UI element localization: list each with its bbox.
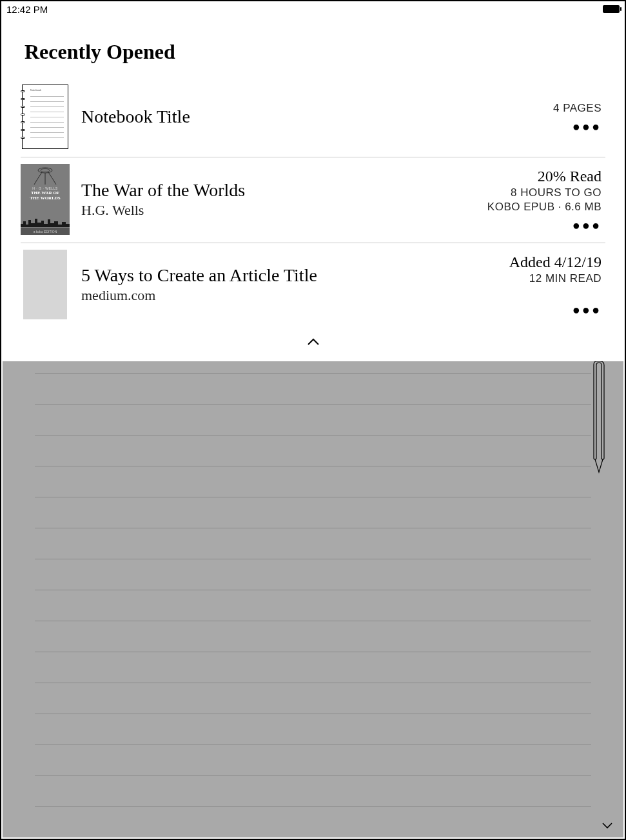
item-source: medium.com [81, 287, 464, 304]
stylus-icon [587, 361, 613, 477]
item-format-size: KOBO EPUB · 6.6 MB [487, 201, 602, 214]
more-icon[interactable]: ●●● [572, 219, 602, 232]
notebook-thumbnail: Notebook [21, 85, 70, 149]
status-time: 12:42 PM [6, 4, 48, 15]
more-icon[interactable]: ●●● [572, 303, 602, 316]
item-added-date: Added 4/12/19 [509, 254, 602, 271]
article-thumbnail [21, 250, 70, 319]
item-title: Notebook Title [81, 106, 464, 127]
item-title: The War of the Worlds [81, 180, 464, 201]
recently-opened-panel: Recently Opened Notebook Notebook Title … [1, 15, 625, 348]
list-item-book[interactable]: H · G · WELLS THE WAR OFTHE WORLDS a kob… [21, 157, 605, 243]
svg-point-1 [41, 169, 50, 172]
list-item-notebook[interactable]: Notebook Notebook Title 4 PAGES ●●● [21, 78, 605, 157]
item-read-time: 12 MIN READ [529, 272, 602, 285]
notebook-writing-area[interactable] [3, 361, 623, 837]
section-title: Recently Opened [24, 40, 605, 64]
status-bar: 12:42 PM [1, 1, 625, 15]
item-author: H.G. Wells [81, 202, 464, 219]
item-time-remaining: 8 HOURS TO GO [511, 186, 602, 199]
item-title: 5 Ways to Create an Article Title [81, 265, 326, 286]
more-icon[interactable]: ●●● [572, 120, 602, 133]
item-pages: 4 PAGES [553, 102, 602, 115]
book-cover-thumbnail: H · G · WELLS THE WAR OFTHE WORLDS a kob… [21, 164, 70, 235]
battery-icon [603, 5, 620, 13]
item-progress: 20% Read [538, 168, 602, 185]
chevron-up-icon[interactable] [21, 336, 605, 348]
list-item-article[interactable]: 5 Ways to Create an Article Title medium… [21, 243, 605, 327]
chevron-down-icon[interactable] [602, 819, 613, 832]
